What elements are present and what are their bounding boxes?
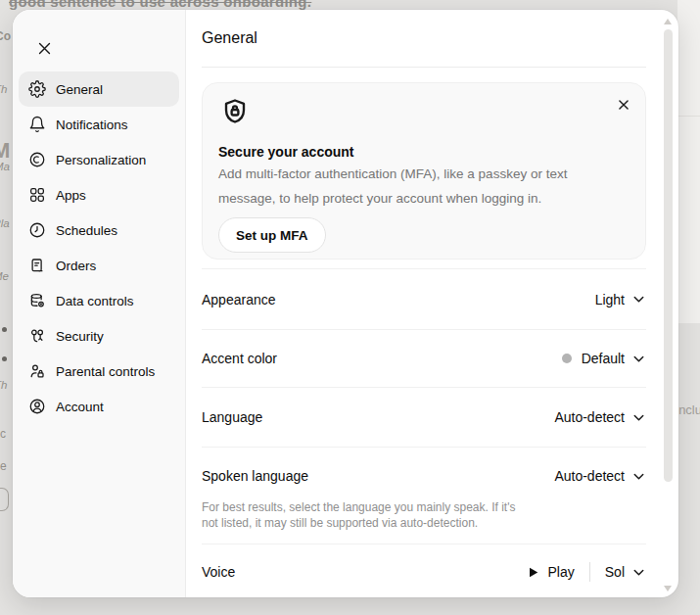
settings-main-panel: General Secure your account Add multi-fa…: [186, 10, 678, 597]
background-fragment: Ma: [0, 161, 10, 172]
background-fragment: Th: [0, 83, 7, 95]
settings-sidebar: General Notifications Personalization Ap…: [13, 10, 186, 597]
sidebar-item-label: Account: [56, 400, 104, 414]
sidebar-item-label: Orders: [56, 259, 96, 273]
language-dropdown[interactable]: Auto-detect: [554, 409, 646, 425]
chevron-down-icon: [631, 410, 646, 425]
accent-color-swatch: [562, 354, 572, 363]
person-lock-icon: [28, 362, 46, 380]
language-value: Auto-detect: [554, 409, 625, 425]
spoken-language-help-text: For best results, select the language yo…: [202, 499, 529, 544]
background-fragment: Me: [0, 270, 9, 282]
person-circle-icon: [28, 398, 46, 415]
accent-color-value: Default: [582, 351, 625, 366]
chevron-down-icon: [631, 469, 646, 484]
panel-header: General: [202, 10, 646, 68]
bell-icon: [28, 116, 46, 133]
background-strikethrough-text: good sentence to use across onboarding.: [9, 0, 311, 10]
apps-grid-icon: [28, 186, 46, 204]
sidebar-item-label: Apps: [56, 188, 86, 203]
spoken-language-value: Auto-detect: [554, 468, 625, 484]
close-icon: [36, 40, 53, 57]
appearance-value: Light: [595, 292, 625, 308]
background-fragment: Pla: [0, 217, 10, 229]
sidebar-item-notifications[interactable]: Notifications: [19, 107, 179, 142]
dismiss-mfa-card-button[interactable]: [610, 91, 637, 118]
gear-icon: [28, 80, 46, 98]
sidebar-item-orders[interactable]: Orders: [19, 248, 179, 283]
sidebar-nav: General Notifications Personalization Ap…: [13, 71, 185, 424]
sidebar-item-label: Security: [56, 329, 104, 344]
scrollbar-down-arrow[interactable]: [664, 586, 672, 591]
background-fragment: Co: [0, 29, 11, 43]
chevron-down-icon: [631, 292, 646, 307]
mfa-card-title: Secure your account: [218, 144, 630, 160]
close-icon: [617, 98, 630, 112]
setting-row-spoken-language: Spoken language Auto-detect For best res…: [202, 447, 646, 544]
appearance-label: Appearance: [202, 292, 276, 308]
close-dialog-button[interactable]: [28, 32, 60, 64]
clipboard-icon: [28, 257, 46, 274]
accent-color-dropdown[interactable]: Default: [562, 351, 646, 366]
sidebar-item-label: Data controls: [56, 294, 134, 308]
sidebar-item-label: General: [56, 82, 103, 97]
scrollbar-thumb[interactable]: [664, 29, 673, 482]
keys-icon: [28, 327, 46, 345]
voice-play-button[interactable]: Play: [526, 564, 575, 580]
voice-value: Sol: [605, 564, 625, 580]
sidebar-item-personalization[interactable]: Personalization: [19, 142, 179, 177]
background-fragment-shape: [0, 488, 9, 511]
mfa-banner-card: Secure your account Add multi-factor aut…: [202, 82, 646, 260]
sidebar-item-general[interactable]: General: [19, 71, 179, 107]
background-bullet: [2, 356, 7, 361]
voice-dropdown[interactable]: Sol: [605, 564, 646, 580]
background-divider: [677, 116, 700, 117]
page-title: General: [202, 29, 257, 47]
accent-color-label: Accent color: [202, 351, 277, 366]
background-fragment: c: [0, 427, 6, 441]
play-icon: [526, 565, 539, 580]
setting-row-language: Language Auto-detect: [202, 387, 646, 447]
background-fragment: Th: [0, 379, 7, 391]
sidebar-item-account[interactable]: Account: [19, 389, 179, 424]
sidebar-item-label: Notifications: [56, 118, 128, 132]
shield-lock-icon: [220, 97, 250, 126]
sidebar-item-security[interactable]: Security: [19, 318, 179, 354]
sidebar-item-label: Schedules: [56, 223, 117, 238]
setting-row-voice: Voice Play Sol: [202, 544, 646, 597]
background-fragment: nclu: [678, 402, 700, 417]
setting-row-appearance: Appearance Light: [202, 268, 646, 329]
sidebar-item-schedules[interactable]: Schedules: [19, 213, 179, 248]
background-bullet: [2, 327, 7, 332]
setting-row-accent-color: Accent color Default: [202, 329, 646, 387]
background-panel: [677, 0, 700, 323]
chevron-down-icon: [631, 352, 646, 366]
background-fragment: e: [0, 459, 7, 473]
sidebar-item-label: Personalization: [56, 153, 146, 167]
mfa-card-description: Add multi-factor authentication (MFA), l…: [218, 162, 610, 211]
sidebar-item-label: Parental controls: [56, 364, 155, 379]
language-label: Language: [202, 409, 262, 425]
clock-icon: [28, 221, 46, 239]
database-gear-icon: [28, 292, 46, 309]
sidebar-item-apps[interactable]: Apps: [19, 177, 179, 213]
voice-play-label: Play: [548, 564, 575, 580]
vertical-divider: [589, 562, 590, 582]
spoken-language-dropdown[interactable]: Auto-detect: [554, 468, 646, 484]
voice-label: Voice: [202, 564, 235, 580]
appearance-dropdown[interactable]: Light: [595, 292, 646, 308]
sidebar-item-parental-controls[interactable]: Parental controls: [19, 354, 179, 389]
set-up-mfa-button[interactable]: Set up MFA: [218, 217, 326, 253]
scrollbar-up-arrow[interactable]: [664, 19, 672, 24]
chevron-down-icon: [631, 565, 646, 580]
personalization-icon: [28, 151, 46, 168]
sidebar-item-data-controls[interactable]: Data controls: [19, 283, 179, 318]
settings-dialog: General Notifications Personalization Ap…: [13, 10, 678, 597]
spoken-language-label: Spoken language: [202, 468, 308, 484]
